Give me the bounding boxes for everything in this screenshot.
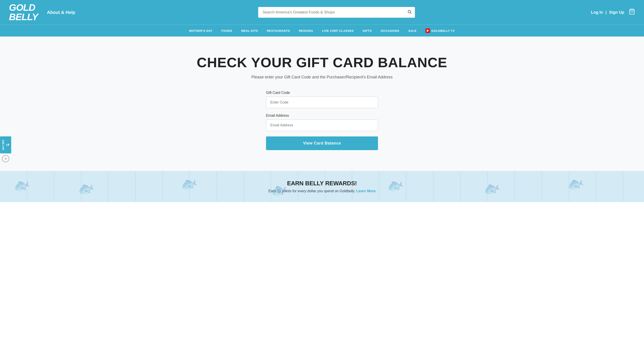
- nav-mothers-day[interactable]: MOTHER'S DAY: [189, 29, 212, 33]
- nav-foods[interactable]: FOODS: [222, 29, 232, 33]
- login-link[interactable]: Log In: [591, 10, 603, 15]
- nav-meal-kits[interactable]: MEAL KITS: [242, 29, 258, 33]
- nav-goldbelly-tv[interactable]: GOLDBELLY TV: [426, 29, 455, 33]
- cart-icon[interactable]: [629, 9, 635, 16]
- site-header: GOLD BELLY About & Help Log In | Sign Up: [0, 0, 644, 25]
- main-content: CHECK YOUR GIFT CARD BALANCE Please ente…: [0, 37, 644, 171]
- svg-point-0: [408, 10, 411, 13]
- close-promo-button[interactable]: ✕: [2, 155, 9, 162]
- logo[interactable]: GOLD BELLY: [9, 3, 38, 22]
- signup-link[interactable]: Sign Up: [609, 10, 624, 15]
- learn-more-link[interactable]: Learn More: [356, 189, 376, 193]
- svg-line-1: [410, 13, 411, 14]
- nav-sale[interactable]: SALE: [408, 29, 417, 33]
- gift-card-code-input[interactable]: [266, 97, 378, 108]
- subtitle: Please enter your Gift Card Code and the…: [4, 75, 640, 80]
- auth-separator: |: [606, 10, 606, 15]
- email-address-group: Email Address: [266, 114, 378, 131]
- rewards-title: EARN BELLY REWARDS!: [4, 180, 640, 187]
- email-address-input[interactable]: [266, 119, 378, 131]
- view-card-balance-button[interactable]: View Card Balance: [266, 136, 378, 150]
- email-address-label: Email Address: [266, 114, 378, 118]
- main-nav: MOTHER'S DAY FOODS MEAL KITS RESTAURANTS…: [0, 25, 644, 37]
- nav-regions[interactable]: REGIONS: [299, 29, 313, 33]
- gift-card-code-group: Gift Card Code: [266, 91, 378, 108]
- rewards-bar: 🐟 🐟 🐟 🐟 🐟 🐟 🐟 EARN BELLY REWARDS! Earn 1…: [0, 171, 644, 202]
- nav-occasions[interactable]: OCCASIONS: [381, 29, 399, 33]
- nav-restaurants[interactable]: RESTAURANTS: [267, 29, 290, 33]
- rewards-text: Earn 10 points for every dollar you spen…: [4, 189, 640, 193]
- search-input[interactable]: [258, 7, 415, 18]
- nav-gifts[interactable]: GIFTS: [363, 29, 372, 33]
- dollar-icon: 🏷: [6, 143, 10, 147]
- page-title: CHECK YOUR GIFT CARD BALANCE: [4, 55, 640, 70]
- promo-tab[interactable]: GET $25! 🏷: [0, 136, 11, 153]
- sidebar-promo: GET $25! 🏷 ✕: [0, 136, 11, 153]
- gift-card-code-label: Gift Card Code: [266, 91, 378, 95]
- auth-links: Log In | Sign Up: [591, 10, 624, 15]
- play-icon: [426, 29, 430, 33]
- search-bar: [258, 7, 415, 18]
- nav-live-chef-classes[interactable]: LIVE CHEF CLASSES: [322, 29, 354, 33]
- gift-card-form: Gift Card Code Email Address View Card B…: [266, 91, 378, 150]
- search-icon: [407, 10, 412, 14]
- header-right: Log In | Sign Up: [591, 9, 635, 16]
- promo-label: GET $25!: [2, 140, 4, 150]
- about-help-link[interactable]: About & Help: [47, 10, 76, 15]
- search-button[interactable]: [407, 10, 412, 15]
